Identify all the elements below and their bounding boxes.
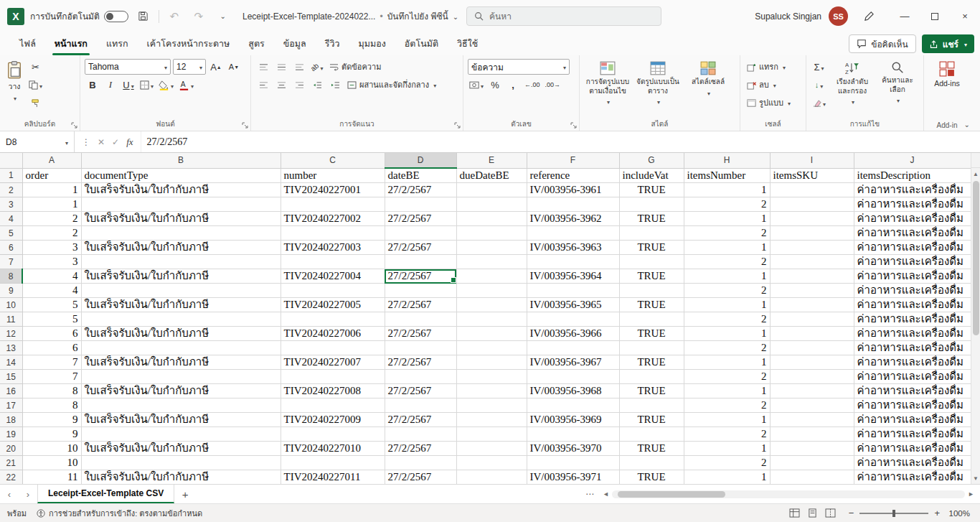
- cell-J7[interactable]: ค่าอาหารและเครื่องดื่ม: [854, 255, 971, 269]
- minimize-button[interactable]: —: [890, 0, 920, 32]
- cell-A6[interactable]: 3: [22, 241, 81, 255]
- prev-sheet-button[interactable]: ‹: [0, 485, 19, 503]
- cell-J11[interactable]: ค่าอาหารและเครื่องดื่ม: [854, 312, 971, 327]
- cell-I6[interactable]: [770, 241, 854, 255]
- cell-C13[interactable]: [281, 341, 385, 355]
- cell-C2[interactable]: TIV20240227001: [281, 183, 385, 197]
- cell-H8[interactable]: 1: [684, 269, 770, 284]
- cell-J18[interactable]: ค่าอาหารและเครื่องดื่ม: [854, 413, 971, 427]
- cell-B1[interactable]: documentType: [81, 168, 281, 183]
- wrap-text-button[interactable]: ตัดข้อความ: [327, 59, 383, 75]
- cell-G21[interactable]: [619, 456, 684, 470]
- cell-B16[interactable]: ใบเสร็จรับเงิน/ใบกำกับภาษี: [81, 384, 281, 399]
- cell-E13[interactable]: [456, 341, 527, 355]
- cell-A18[interactable]: 9: [22, 413, 81, 427]
- insert-function-icon[interactable]: fx: [126, 136, 133, 148]
- row-header-9[interactable]: 9: [0, 284, 22, 298]
- cell-C9[interactable]: [281, 284, 385, 298]
- cell-C8[interactable]: TIV20240227004: [281, 269, 385, 284]
- cell-F6[interactable]: IV/003956-3963: [527, 241, 619, 255]
- cell-G18[interactable]: TRUE: [619, 413, 684, 427]
- row-header-6[interactable]: 6: [0, 241, 22, 255]
- add-sheet-button[interactable]: +: [174, 485, 196, 503]
- row-header-7[interactable]: 7: [0, 255, 22, 269]
- format-as-table-button[interactable]: จัดรูปแบบเป็นตาราง: [634, 59, 682, 109]
- cell-E17[interactable]: [456, 399, 527, 413]
- cell-C17[interactable]: [281, 399, 385, 413]
- cell-J15[interactable]: ค่าอาหารและเครื่องดื่ม: [854, 370, 971, 384]
- horizontal-scroll-thumb[interactable]: [618, 491, 725, 498]
- cell-E21[interactable]: [456, 456, 527, 470]
- cell-A16[interactable]: 8: [22, 384, 81, 399]
- cell-C18[interactable]: TIV20240227009: [281, 413, 385, 427]
- cell-H17[interactable]: 2: [684, 399, 770, 413]
- cell-C19[interactable]: [281, 427, 385, 442]
- formula-content[interactable]: 27/2/2567: [141, 131, 980, 152]
- comments-button[interactable]: ข้อคิดเห็น: [849, 34, 915, 53]
- cell-F18[interactable]: IV/003956-3969: [527, 413, 619, 427]
- cell-J9[interactable]: ค่าอาหารและเครื่องดื่ม: [854, 284, 971, 298]
- increase-decimal-button[interactable]: ←.00: [523, 77, 542, 93]
- cell-E4[interactable]: [456, 212, 527, 226]
- cell-F14[interactable]: IV/003956-3967: [527, 355, 619, 370]
- cell-H2[interactable]: 1: [684, 183, 770, 197]
- cell-D18[interactable]: 27/2/2567: [385, 413, 456, 427]
- cell-J16[interactable]: ค่าอาหารและเครื่องดื่ม: [854, 384, 971, 399]
- decrease-indent-button[interactable]: [309, 77, 325, 93]
- column-header-F[interactable]: F: [527, 153, 619, 168]
- column-header-E[interactable]: E: [456, 153, 527, 168]
- vertical-scrollbar[interactable]: ▲ ▼: [971, 153, 980, 484]
- cell-E12[interactable]: [456, 327, 527, 341]
- cell-C14[interactable]: TIV20240227007: [281, 355, 385, 370]
- save-button[interactable]: [134, 7, 153, 26]
- cell-I22[interactable]: [770, 470, 854, 485]
- zoom-value[interactable]: 100%: [946, 509, 970, 518]
- cell-D20[interactable]: 27/2/2567: [385, 442, 456, 456]
- cell-G6[interactable]: TRUE: [619, 241, 684, 255]
- cell-styles-button[interactable]: สไตล์เซลล์: [684, 59, 732, 100]
- more-sheets-button[interactable]: ⋯: [585, 489, 594, 499]
- sheet-tab-active[interactable]: Leceipt-Excel-Template CSV: [37, 485, 174, 503]
- cell-I17[interactable]: [770, 399, 854, 413]
- cell-I1[interactable]: itemsSKU: [770, 168, 854, 183]
- cell-J4[interactable]: ค่าอาหารและเครื่องดื่ม: [854, 212, 971, 226]
- excel-app-icon[interactable]: X: [7, 8, 24, 25]
- redo-button[interactable]: ↷: [189, 7, 208, 26]
- format-painter-button[interactable]: [27, 95, 44, 111]
- share-button[interactable]: แชร์: [922, 34, 974, 53]
- cell-I8[interactable]: [770, 269, 854, 284]
- cell-J1[interactable]: itemsDescription: [854, 168, 971, 183]
- cell-E7[interactable]: [456, 255, 527, 269]
- delete-cells-button[interactable]: ลบ: [745, 77, 793, 93]
- row-header-11[interactable]: 11: [0, 312, 22, 327]
- cell-I21[interactable]: [770, 456, 854, 470]
- ribbon-tab-8[interactable]: อัตโนมัติ: [395, 32, 448, 55]
- column-header-D[interactable]: D: [385, 153, 456, 168]
- cell-F19[interactable]: [527, 427, 619, 442]
- cell-H5[interactable]: 2: [684, 226, 770, 241]
- cell-E2[interactable]: [456, 183, 527, 197]
- copy-button[interactable]: [27, 77, 44, 93]
- cell-C21[interactable]: [281, 456, 385, 470]
- cell-A22[interactable]: 11: [22, 470, 81, 485]
- cell-C5[interactable]: [281, 226, 385, 241]
- column-header-B[interactable]: B: [81, 153, 281, 168]
- cell-J3[interactable]: ค่าอาหารและเครื่องดื่ม: [854, 197, 971, 212]
- cell-I16[interactable]: [770, 384, 854, 399]
- font-size-combo[interactable]: 12: [173, 59, 206, 75]
- cell-G17[interactable]: [619, 399, 684, 413]
- cell-D21[interactable]: [385, 456, 456, 470]
- cell-D8[interactable]: 27/2/2567: [385, 269, 456, 284]
- cell-C16[interactable]: TIV20240227008: [281, 384, 385, 399]
- cell-E22[interactable]: [456, 470, 527, 485]
- cell-A14[interactable]: 7: [22, 355, 81, 370]
- cell-F21[interactable]: [527, 456, 619, 470]
- cell-E19[interactable]: [456, 427, 527, 442]
- cell-A2[interactable]: 1: [22, 183, 81, 197]
- cell-I4[interactable]: [770, 212, 854, 226]
- cell-I20[interactable]: [770, 442, 854, 456]
- align-bottom-button[interactable]: [291, 59, 307, 75]
- cell-I7[interactable]: [770, 255, 854, 269]
- cell-J13[interactable]: ค่าอาหารและเครื่องดื่ม: [854, 341, 971, 355]
- cell-C4[interactable]: TIV20240227002: [281, 212, 385, 226]
